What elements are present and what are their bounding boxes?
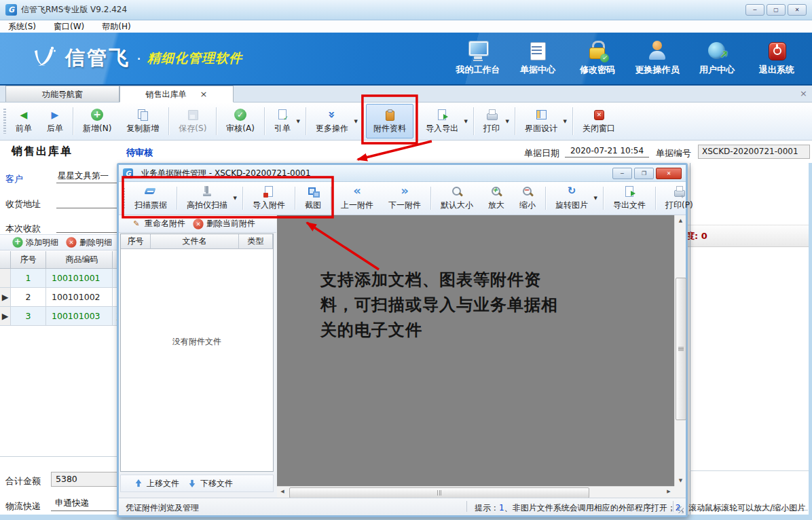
toolbar-button-prev[interactable]: 前单 (8, 104, 39, 138)
window-right-frame (809, 163, 812, 520)
add-icon (12, 237, 22, 247)
dlg-toolbar-button-nextatt[interactable]: 下一附件 (381, 183, 428, 213)
doc-no-field: XSCKD-20200721-0001 (698, 145, 810, 159)
address-label: 收货地址 (5, 198, 41, 210)
toolbar-button-add[interactable]: 新增(N) (75, 104, 119, 138)
closewin-icon (593, 109, 605, 121)
list-header-cell[interactable]: 序号 (121, 234, 151, 249)
banner-item-operator[interactable]: 更换操作员 (630, 41, 684, 76)
toolbar-button-audit[interactable]: 审核(A) (219, 104, 262, 138)
toolbar-grip[interactable] (122, 188, 125, 208)
operator-icon (646, 41, 669, 62)
print-icon (485, 109, 498, 121)
toolbar-button-refdoc[interactable]: 引单▼ (267, 104, 303, 138)
dlg-toolbar-button-rotate[interactable]: 旋转图片▼ (548, 183, 601, 213)
tab-nav-pane[interactable]: 功能导航窗 (5, 86, 119, 102)
resize-grip[interactable] (677, 506, 684, 513)
toolbar-button-label: 打印 (483, 123, 500, 134)
panel-divider (690, 163, 690, 515)
minimize-icon[interactable]: ─ (745, 4, 764, 16)
prevatt-icon (351, 185, 363, 198)
move-button-moveup[interactable]: 上移文件 (129, 477, 183, 489)
chevron-down-icon: ▼ (594, 196, 597, 201)
titlebar: G 信管飞RMS专业版 V9.2.424 ─ ▢ ✕ (0, 0, 812, 20)
prev-icon (18, 109, 30, 121)
toolbar-button-design[interactable]: 界面设计▼ (517, 104, 570, 138)
banner-item-exit[interactable]: 退出系统 (750, 41, 804, 76)
attachment-viewer: 支持添加文档、图表等附件资 料，可扫描或导入与业务单据相 关的电子文件 ▲ ▼ … (277, 215, 686, 498)
banner-item-password[interactable]: ✓修改密码 (570, 41, 625, 76)
toolbar-grip[interactable] (3, 109, 6, 134)
list-header-cell[interactable]: 类型 (239, 234, 273, 249)
toolbar-button-save[interactable]: 保存(S) (171, 104, 214, 138)
chevron-down-icon: ▼ (506, 119, 509, 124)
viewer-canvas[interactable]: 支持添加文档、图表等附件资 料，可扫描或导入与业务单据相 关的电子文件 (277, 215, 674, 486)
horizontal-scroll-thumb[interactable] (289, 487, 589, 498)
menu-item[interactable]: 系统(S) (8, 21, 36, 33)
toolbar-button-copy[interactable]: 复制新增 (119, 104, 166, 138)
dialog-statusbar: 凭证附件浏览及管理 提示：1、非图片文件系统会调用相应的外部程序打开；2、滚动鼠… (119, 498, 686, 515)
move-button-movedown[interactable]: 下移文件 (183, 477, 236, 489)
dlg-toolbar-button-exportfile[interactable]: 导出文件 (606, 183, 653, 213)
dlg-toolbar-button-zoomout[interactable]: −缩小 (512, 183, 543, 213)
dialog-status-hint: 提示：1、非图片文件系统会调用相应的外部程序打开；2、滚动鼠标滚轮可以放大/缩小… (475, 502, 805, 514)
dlg-toolbar-button-highcam[interactable]: 高拍仪扫描▼ (179, 183, 240, 213)
horizontal-scrollbar[interactable]: ◀ ▶ (277, 486, 674, 498)
dialog-titlebar[interactable]: G 业务单据附件管理 - XSCKD-20200721-0001 ─ ❐ ✕ (119, 165, 686, 182)
scroll-up-icon[interactable]: ▲ (675, 215, 686, 226)
close-icon[interactable]: ✕ (788, 4, 807, 16)
detail-button-add-detail[interactable]: 添加明细 (8, 236, 62, 248)
scroll-left-icon[interactable]: ◀ (277, 487, 288, 498)
banner-item-workbench[interactable]: 我的工作台 (451, 41, 505, 76)
status-divider (673, 501, 673, 512)
toolbar-button-attach[interactable]: 附件资料 (366, 104, 413, 138)
vertical-scroll-thumb[interactable] (676, 278, 686, 420)
list-header-cell[interactable]: 文件名 (151, 234, 239, 249)
attachment-dialog: G 业务单据附件管理 - XSCKD-20200721-0001 ─ ❐ ✕ 扫… (117, 163, 688, 517)
menu-item[interactable]: 帮助(H) (102, 21, 130, 33)
dlg-toolbar-button-scan[interactable]: 扫描票据 (127, 183, 174, 213)
dlg-toolbar-button-zoomin[interactable]: +放大 (481, 183, 512, 213)
vertical-scrollbar[interactable]: ▲ ▼ (674, 215, 686, 486)
toolbar-button-impexp[interactable]: 导入导出▼ (418, 104, 471, 138)
chevron-down-icon: ▼ (564, 119, 567, 124)
banner-item-doc-center[interactable]: 单据中心 (511, 41, 565, 76)
hint-number: 1 (499, 503, 504, 513)
dialog-minimize-icon[interactable]: ─ (612, 168, 632, 179)
toolbar-button-label: 新增(N) (83, 123, 111, 134)
toolbar-button-next[interactable]: 后单 (39, 104, 71, 138)
attachment-button-delcur[interactable]: 删除当前附件 (189, 218, 259, 230)
dlg-toolbar-button-prevatt[interactable]: 上一附件 (333, 183, 381, 213)
hint-text: 、滚动鼠标滚轮可以放大/缩小图片 (680, 503, 805, 513)
tabstrip-close-icon[interactable]: × (800, 88, 807, 98)
toolbar-button-more[interactable]: 更多操作▼ (308, 104, 361, 138)
toolbar-overflow-icon[interactable]: ▾ (681, 193, 684, 200)
toolbar-button-print[interactable]: 打印▼ (476, 104, 513, 138)
maximize-icon[interactable]: ▢ (767, 4, 786, 16)
toolbar-button-closewin[interactable]: 关闭窗口 (575, 104, 623, 138)
dlg-toolbar-button-defsize[interactable]: 默认大小 (433, 183, 481, 213)
menu-item[interactable]: 窗口(W) (54, 21, 84, 33)
scroll-right-icon[interactable]: ▶ (663, 487, 674, 498)
date-field[interactable]: 2020-07-21 10:54 (565, 146, 649, 157)
detail-button-del-detail[interactable]: 删除明细 (62, 236, 115, 248)
detail-toolbar: 添加明细删除明细 (0, 234, 117, 250)
scroll-down-icon[interactable]: ▼ (675, 475, 686, 486)
dialog-restore-icon[interactable]: ❐ (634, 168, 654, 179)
tab-close-icon[interactable]: × (200, 86, 208, 103)
toolbar-button-label: 复制新增 (126, 123, 159, 134)
grid-header-marker (0, 251, 11, 269)
logistics-field[interactable]: 申通快递 (51, 498, 125, 511)
form-header: 销售出库单 待审核 单据日期 2020-07-21 10:54 单据编号 XSC… (0, 141, 812, 163)
attachment-list[interactable]: 序号文件名类型 没有附件文件 (120, 234, 274, 472)
dialog-close-icon[interactable]: ✕ (656, 168, 682, 179)
toolbar-button-label: 截图 (305, 200, 321, 211)
attachment-button-rename[interactable]: 重命名附件 (127, 218, 189, 230)
dlg-toolbar-button-shot[interactable]: 截图 (297, 183, 329, 213)
password-icon: ✓ (586, 41, 609, 62)
dlg-toolbar-button-printp[interactable]: 打印(P) (658, 183, 701, 213)
toolbar-separator (264, 107, 265, 135)
banner-item-user-center[interactable]: ➔用户中心 (690, 41, 744, 76)
tab-sales-outbound[interactable]: 销售出库单× (119, 86, 234, 103)
dlg-toolbar-button-importatt[interactable]: 导入附件 (245, 183, 293, 213)
